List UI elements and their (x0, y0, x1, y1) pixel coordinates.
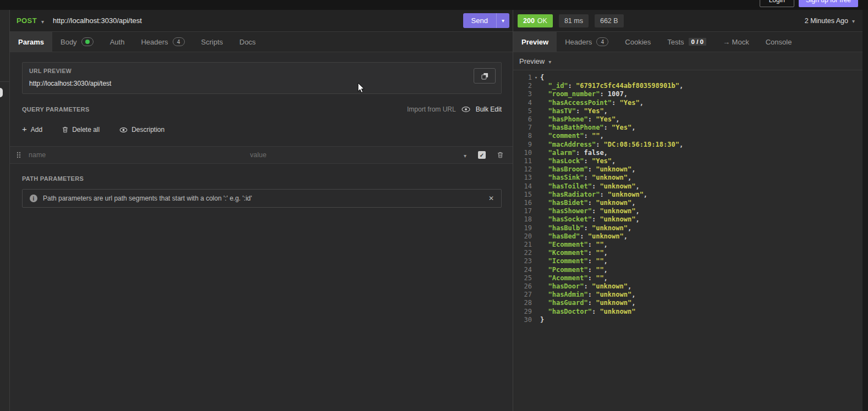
description-label: Description (131, 126, 164, 134)
tab-preview-label: Preview (521, 38, 548, 46)
tab-auth-label: Auth (110, 38, 125, 46)
send-options-caret[interactable] (496, 13, 509, 28)
eye-icon (119, 127, 128, 132)
add-label: Add (31, 126, 42, 134)
code-line: 28 "hasGuard": "unknown", (513, 299, 868, 307)
param-value-input[interactable] (250, 151, 463, 159)
bulk-edit-button[interactable]: Bulk Edit (476, 105, 502, 113)
tests-count-badge: 0 / 0 (689, 38, 706, 46)
code-line: 11 "hasLock": "Yes", (513, 157, 868, 165)
response-panel: 200 OK 81 ms 662 B 2 Minutes Ago Preview… (513, 10, 868, 411)
copy-url-button[interactable] (474, 68, 496, 84)
url-preview-box: URL PREVIEW http://localhost:3030/api/te… (22, 62, 502, 94)
top-navbar: Login Sign up for free (0, 0, 868, 10)
tab-auth[interactable]: Auth (102, 32, 133, 52)
path-info-text: Path parameters are url path segments th… (43, 195, 483, 202)
tab-body-label: Body (61, 38, 77, 46)
drag-handle-icon[interactable] (17, 152, 21, 158)
response-status-bar: 200 OK 81 ms 662 B 2 Minutes Ago (513, 10, 868, 32)
tab-docs[interactable]: Docs (231, 32, 264, 52)
tab-preview[interactable]: Preview (513, 32, 557, 52)
param-enabled-checkbox[interactable] (478, 151, 486, 159)
eye-toggle-icon[interactable] (462, 107, 470, 112)
workspace: POST http://localhost:3030/api/test Send… (0, 10, 868, 411)
tab-scripts-label: Scripts (201, 38, 223, 46)
signup-button[interactable]: Sign up for free (799, 0, 858, 7)
info-icon (30, 195, 37, 202)
code-line: 17 "hasShower": "unknown", (513, 207, 868, 215)
import-from-url-button[interactable]: Import from URL (407, 105, 456, 113)
chevron-down-icon (852, 17, 855, 25)
code-line: 3 "room_number": 1007, (513, 90, 868, 98)
code-line: 26 "hasDoor": "unknown", (513, 282, 868, 291)
tab-params[interactable]: Params (10, 32, 52, 52)
scrollbar-track[interactable] (862, 10, 868, 411)
request-url-bar: POST http://localhost:3030/api/test Send (10, 10, 513, 32)
preview-format-dropdown[interactable]: Preview (513, 52, 868, 70)
tab-docs-label: Docs (239, 38, 256, 46)
tab-tests[interactable]: Tests 0 / 0 (659, 32, 715, 52)
send-label: Send (463, 16, 496, 25)
delete-param-icon[interactable] (497, 152, 503, 158)
body-set-indicator (81, 37, 94, 46)
preview-format-label: Preview (519, 57, 545, 65)
tab-console[interactable]: Console (757, 32, 800, 52)
method-select[interactable]: POST (10, 16, 48, 26)
description-button[interactable]: Description (119, 126, 164, 134)
code-line: 18 "hasSocket": "unknown", (513, 215, 868, 224)
code-line: 20 "hasBed": "unknown", (513, 232, 868, 241)
code-line: 29 "hasDoctor": "unknown" (513, 308, 868, 316)
tab-mock[interactable]: → Mock (715, 32, 757, 52)
sidebar-expand-handle[interactable] (0, 88, 3, 97)
code-line: 22 "Kcomment": "", (513, 249, 868, 257)
tab-response-headers-label: Headers (565, 38, 592, 46)
headers-count-badge: 4 (173, 37, 185, 46)
tab-response-headers[interactable]: Headers 4 (557, 32, 617, 52)
query-params-title: QUERY PARAMETERS (22, 106, 90, 113)
code-line: 6 "hasPhone": "Yes", (513, 115, 868, 124)
code-line: 9 "macAddress": "DC:08:56:19:18:30", (513, 141, 868, 149)
code-line: 30} (513, 316, 868, 324)
code-line: 19 "hasBulb": "unknown", (513, 224, 868, 232)
params-view: URL PREVIEW http://localhost:3030/api/te… (10, 52, 513, 411)
url-input[interactable]: http://localhost:3030/api/test (53, 16, 142, 25)
code-line: 1▾{ (513, 74, 868, 82)
left-rail (0, 10, 10, 411)
tab-body[interactable]: Body (52, 32, 102, 52)
query-params-header: QUERY PARAMETERS Import from URL Bulk Ed… (22, 105, 502, 113)
response-age-dropdown[interactable]: 2 Minutes Ago (805, 17, 855, 25)
code-line: 27 "hasAdmin": "unknown", (513, 291, 868, 299)
code-line: 7 "hasBathPhone": "Yes", (513, 124, 868, 132)
tab-headers[interactable]: Headers 4 (133, 32, 193, 52)
code-line: 15 "hasRadiator": "unknown", (513, 191, 868, 199)
tab-mock-label: → Mock (723, 38, 749, 46)
delete-all-label: Delete all (72, 126, 100, 134)
copy-icon (481, 73, 488, 80)
response-age-label: 2 Minutes Ago (805, 17, 848, 25)
request-panel: POST http://localhost:3030/api/test Send… (10, 10, 513, 411)
delete-all-button[interactable]: Delete all (62, 126, 100, 134)
method-label: POST (17, 16, 37, 25)
status-code: 200 (523, 17, 535, 25)
param-name-input[interactable] (29, 151, 242, 159)
add-param-button[interactable]: Add (22, 126, 42, 134)
response-headers-count-badge: 4 (596, 37, 608, 46)
code-line: 2 "_id": "67917c5fc44abf803598901b", (513, 82, 868, 90)
trash-icon (62, 126, 68, 133)
login-button[interactable]: Login (760, 0, 794, 7)
tab-scripts[interactable]: Scripts (193, 32, 232, 52)
status-text: OK (537, 17, 547, 25)
tab-cookies[interactable]: Cookies (617, 32, 659, 52)
response-body-editor[interactable]: 1▾{2 "_id": "67917c5fc44abf803598901b",3… (513, 70, 868, 411)
response-size-badge: 662 B (595, 14, 624, 27)
close-icon[interactable] (488, 195, 494, 202)
app-window: Login Sign up for free POST http://local… (0, 0, 868, 411)
code-line: 21 "Ecomment": "", (513, 241, 868, 249)
response-tabs: Preview Headers 4 Cookies Tests 0 / 0 → … (513, 32, 868, 52)
code-line: 25 "Acomment": "", (513, 274, 868, 282)
request-tabs: Params Body Auth Headers 4 Scripts (10, 32, 513, 52)
code-line: 12 "hasBroom": "unknown", (513, 165, 868, 174)
param-options-caret[interactable] (464, 150, 466, 160)
send-button[interactable]: Send (463, 13, 509, 28)
rail-divider (0, 81, 9, 82)
